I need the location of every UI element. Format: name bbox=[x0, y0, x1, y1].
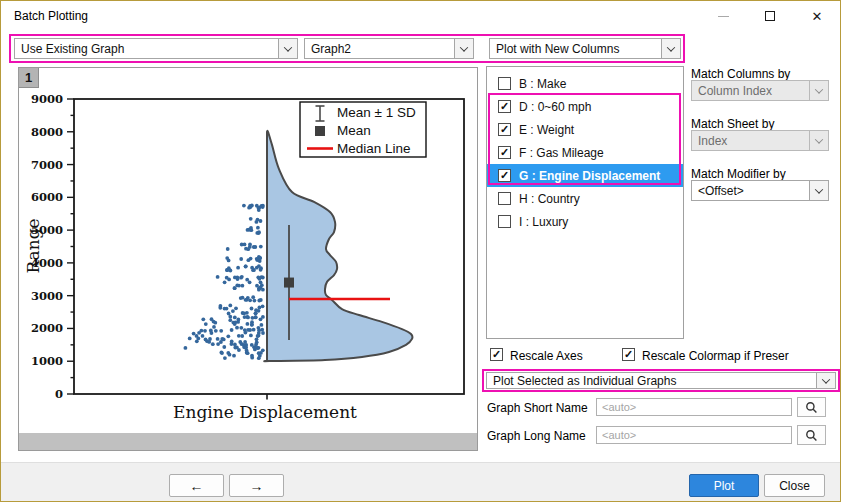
column-checkbox[interactable] bbox=[498, 192, 511, 205]
chevron-down-icon bbox=[809, 81, 828, 100]
graph-select-value: Graph2 bbox=[305, 42, 454, 56]
graph-long-name-browse-button[interactable] bbox=[797, 425, 826, 445]
graph-preview: 0100020003000400050006000700080009000Eng… bbox=[19, 68, 477, 433]
graph-short-name-label: Graph Short Name bbox=[487, 401, 588, 415]
match-sheet-value: Index bbox=[692, 134, 809, 148]
svg-text:1000: 1000 bbox=[31, 354, 63, 368]
column-label: G : Engine Displacement bbox=[519, 169, 660, 183]
match-sheet-label: Match Sheet by bbox=[691, 117, 774, 131]
column-label: H : Country bbox=[519, 192, 580, 206]
column-list[interactable]: B : Make✓D : 0~60 mph✓E : Weight✓F : Gas… bbox=[486, 66, 684, 339]
plot-as-value: Plot Selected as Individual Graphs bbox=[487, 374, 816, 388]
chevron-down-icon[interactable] bbox=[278, 39, 297, 58]
rescale-axes-label: Rescale Axes bbox=[510, 349, 583, 363]
match-columns-label: Match Columns by bbox=[691, 67, 790, 81]
forward-button[interactable]: → bbox=[229, 474, 284, 497]
match-modifier-value: <Offset> bbox=[692, 184, 809, 198]
column-checkbox[interactable]: ✓ bbox=[498, 100, 511, 113]
column-list-item[interactable]: B : Make bbox=[487, 72, 683, 95]
column-label: D : 0~60 mph bbox=[519, 100, 591, 114]
svg-text:3000: 3000 bbox=[31, 289, 63, 303]
svg-text:8000: 8000 bbox=[31, 125, 63, 139]
svg-text:7000: 7000 bbox=[31, 158, 63, 172]
arrow-left-icon: ← bbox=[190, 478, 204, 494]
column-checkbox[interactable]: ✓ bbox=[498, 123, 511, 136]
svg-text:Range: Range bbox=[23, 218, 43, 273]
column-list-item[interactable]: H : Country bbox=[487, 187, 683, 210]
graph-preview-panel: 0100020003000400050006000700080009000Eng… bbox=[18, 67, 478, 451]
chevron-down-icon[interactable] bbox=[454, 39, 473, 58]
column-checkbox[interactable] bbox=[498, 215, 511, 228]
plot-mode-value: Plot with New Columns bbox=[490, 42, 661, 56]
match-columns-value: Column Index bbox=[692, 84, 809, 98]
maximize-button[interactable] bbox=[747, 1, 793, 31]
svg-text:6000: 6000 bbox=[31, 190, 63, 204]
close-icon: ✕ bbox=[812, 9, 823, 24]
preview-margin bbox=[19, 433, 477, 450]
column-list-item[interactable]: ✓G : Engine Displacement bbox=[487, 164, 683, 187]
column-checkbox[interactable]: ✓ bbox=[498, 169, 511, 182]
graph-select-dropdown[interactable]: Graph2 bbox=[304, 38, 474, 59]
svg-text:9000: 9000 bbox=[31, 92, 63, 106]
footer-bar: ← → Plot Close bbox=[1, 462, 840, 502]
search-icon bbox=[805, 429, 818, 442]
title-bar: Batch Plotting ✕ bbox=[1, 1, 840, 31]
svg-text:Median Line: Median Line bbox=[337, 141, 411, 156]
preview-page-tab[interactable]: 1 bbox=[19, 68, 39, 88]
rescale-axes-checkbox[interactable]: ✓ bbox=[490, 348, 503, 361]
svg-text:2000: 2000 bbox=[31, 321, 63, 335]
rescale-colormap-label: Rescale Colormap if Preser bbox=[642, 349, 789, 363]
chevron-down-icon bbox=[809, 131, 828, 150]
match-columns-dropdown: Column Index bbox=[691, 80, 829, 101]
svg-text:Engine Displacement: Engine Displacement bbox=[173, 402, 357, 422]
column-list-item[interactable]: ✓E : Weight bbox=[487, 118, 683, 141]
close-button[interactable]: ✕ bbox=[794, 1, 840, 31]
plot-as-dropdown[interactable]: Plot Selected as Individual Graphs bbox=[486, 372, 836, 389]
column-list-item[interactable]: I : Luxury bbox=[487, 210, 683, 233]
rescale-colormap-checkbox[interactable]: ✓ bbox=[622, 348, 635, 361]
chevron-down-icon[interactable] bbox=[809, 181, 828, 200]
back-button[interactable]: ← bbox=[169, 474, 224, 497]
column-checkbox[interactable] bbox=[498, 77, 511, 90]
match-modifier-dropdown[interactable]: <Offset> bbox=[691, 180, 829, 201]
close-dialog-button[interactable]: Close bbox=[764, 474, 825, 497]
graph-long-name-input[interactable] bbox=[596, 426, 792, 444]
column-label: F : Gas Mileage bbox=[519, 146, 604, 160]
plot-button[interactable]: Plot bbox=[689, 474, 759, 497]
graph-short-name-input[interactable] bbox=[596, 398, 792, 416]
column-label: I : Luxury bbox=[519, 215, 568, 229]
arrow-right-icon: → bbox=[250, 478, 264, 494]
match-modifier-label: Match Modifier by bbox=[691, 167, 786, 181]
minimize-icon bbox=[718, 16, 729, 17]
svg-text:Mean ± 1 SD: Mean ± 1 SD bbox=[337, 105, 416, 120]
chevron-down-icon[interactable] bbox=[661, 39, 680, 58]
column-checkbox[interactable]: ✓ bbox=[498, 146, 511, 159]
column-label: B : Make bbox=[519, 77, 566, 91]
chevron-down-icon[interactable] bbox=[816, 373, 835, 388]
column-label: E : Weight bbox=[519, 123, 574, 137]
svg-text:0: 0 bbox=[55, 387, 63, 401]
dialog-title: Batch Plotting bbox=[14, 9, 88, 23]
graph-long-name-label: Graph Long Name bbox=[487, 429, 586, 443]
column-list-item[interactable]: ✓F : Gas Mileage bbox=[487, 141, 683, 164]
match-sheet-dropdown: Index bbox=[691, 130, 829, 151]
batch-mode-dropdown[interactable]: Use Existing Graph bbox=[14, 38, 298, 59]
minimize-button[interactable] bbox=[700, 1, 746, 31]
column-list-item[interactable]: ✓D : 0~60 mph bbox=[487, 95, 683, 118]
svg-text:Mean: Mean bbox=[337, 123, 371, 138]
batch-plotting-dialog: Batch Plotting ✕ Use Existing Graph Grap… bbox=[0, 0, 841, 502]
batch-mode-value: Use Existing Graph bbox=[15, 42, 278, 56]
search-icon bbox=[805, 401, 818, 414]
plot-mode-dropdown[interactable]: Plot with New Columns bbox=[489, 38, 681, 59]
graph-short-name-browse-button[interactable] bbox=[797, 397, 826, 417]
maximize-icon bbox=[765, 11, 775, 21]
